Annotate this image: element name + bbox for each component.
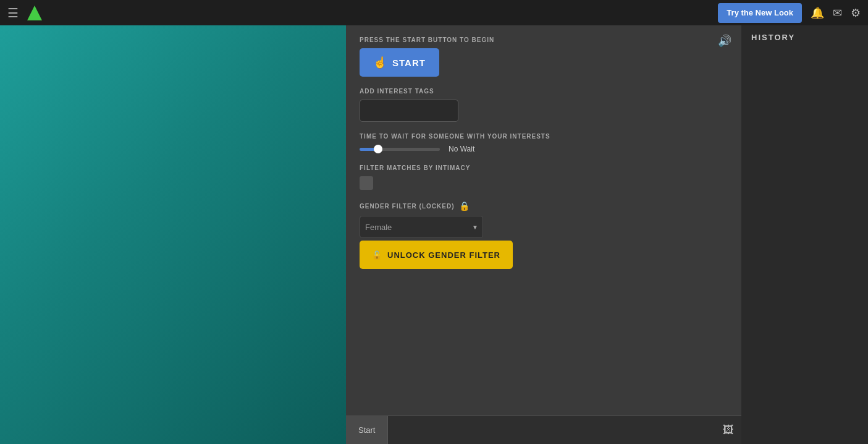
wait-slider[interactable] [360, 148, 440, 151]
unlock-lock-icon: 🔓 [372, 250, 382, 260]
filter-intimacy-toggle[interactable] [360, 176, 373, 190]
gender-select: Female Male Any [360, 216, 483, 238]
start-section: PRESS THE START BUTTON TO BEGIN ☝ START [360, 36, 728, 77]
wait-row: No Wait [360, 145, 728, 153]
sound-icon[interactable]: 🔊 [718, 34, 731, 48]
interest-tags-label: ADD INTEREST TAGS [360, 88, 728, 95]
interest-tags-input[interactable] [360, 100, 458, 122]
bottom-bar: Start 🖼 [346, 416, 741, 444]
main-content: 🔊 PRESS THE START BUTTON TO BEGIN ☝ STAR… [0, 25, 868, 444]
bottom-start-button[interactable]: Start [346, 416, 388, 444]
left-panel [0, 25, 346, 444]
topbar: ☰ Try the New Look 🔔 ✉ ⚙ [0, 0, 868, 25]
try-new-look-button[interactable]: Try the New Look [718, 3, 802, 23]
mail-icon[interactable]: ✉ [833, 6, 842, 20]
svg-marker-0 [27, 6, 42, 20]
unlock-gender-filter-button[interactable]: 🔓 UNLOCK GENDER FILTER [360, 241, 513, 269]
gender-select-wrapper: Female Male Any ▼ [360, 216, 483, 238]
start-button-label: START [392, 58, 426, 68]
image-icon[interactable]: 🖼 [723, 424, 734, 437]
unlock-gender-label: UNLOCK GENDER FILTER [387, 250, 500, 260]
center-panel: 🔊 PRESS THE START BUTTON TO BEGIN ☝ STAR… [346, 25, 741, 444]
camera-area [0, 25, 346, 444]
no-wait-label: No Wait [449, 145, 474, 153]
topbar-right: Try the New Look 🔔 ✉ ⚙ [718, 3, 861, 23]
gender-label-row: GENDER FILTER (LOCKED) 🔒 [360, 201, 728, 211]
filter-section: FILTER MATCHES BY INTIMACY [360, 164, 728, 190]
gender-filter-label: GENDER FILTER (LOCKED) [360, 203, 454, 210]
history-title: HISTORY [751, 33, 858, 42]
start-button[interactable]: ☝ START [360, 48, 439, 77]
wait-section: TIME TO WAIT FOR SOMEONE WITH YOUR INTER… [360, 133, 728, 153]
gender-section: GENDER FILTER (LOCKED) 🔒 Female Male Any… [360, 201, 728, 269]
menu-icon[interactable]: ☰ [7, 6, 19, 20]
settings-icon[interactable]: ⚙ [851, 6, 861, 20]
logo-icon [25, 3, 44, 23]
topbar-left: ☰ [7, 3, 44, 23]
right-panel: HISTORY [741, 25, 868, 444]
interest-section: ADD INTEREST TAGS [360, 88, 728, 122]
wait-label: TIME TO WAIT FOR SOMEONE WITH YOUR INTER… [360, 133, 728, 140]
notification-icon[interactable]: 🔔 [811, 6, 824, 20]
lock-icon: 🔒 [459, 201, 470, 211]
start-button-icon: ☝ [373, 56, 387, 69]
press-start-label: PRESS THE START BUTTON TO BEGIN [360, 36, 728, 43]
bottom-text-input[interactable] [388, 416, 723, 444]
filter-matches-label: FILTER MATCHES BY INTIMACY [360, 164, 728, 171]
